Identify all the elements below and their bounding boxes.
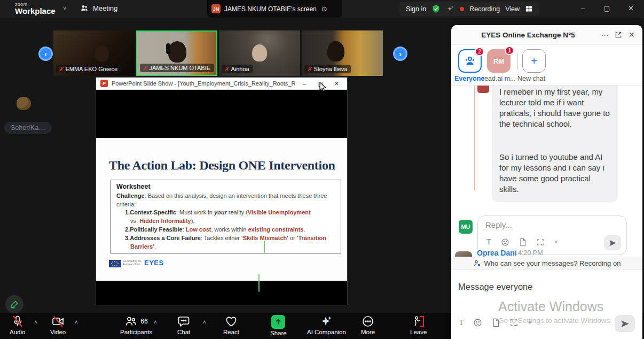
screen-capture-icon[interactable]	[536, 238, 545, 246]
chat-more-options-icon[interactable]: ⋯	[601, 30, 609, 39]
tab-meeting[interactable]: Meeting	[80, 4, 117, 12]
chat-messages-area[interactable]: I remeber in my first year, my lecturer …	[451, 86, 642, 257]
ppt-close-button[interactable]: ✕	[331, 80, 343, 87]
capture-options-chevron[interactable]: ˅	[528, 320, 531, 326]
leave-button[interactable]: Leave	[410, 315, 427, 335]
screen-capture-icon[interactable]	[509, 318, 519, 327]
mic-muted-icon: ✗	[143, 65, 147, 71]
video-options-chevron[interactable]: ˄	[75, 319, 78, 325]
chat-tab-readai[interactable]: RM 1	[487, 49, 511, 73]
participants-icon	[124, 315, 137, 328]
workspace-chevron-down-icon[interactable]: ˅	[63, 5, 66, 11]
worksheet-box: Worksheet Challenge: Based on this analy…	[111, 180, 341, 253]
send-plane-icon	[609, 239, 617, 247]
worksheet-heading: Worksheet	[116, 183, 335, 190]
file-attach-icon[interactable]	[492, 318, 500, 327]
participants-count: 66	[140, 318, 147, 325]
share-button[interactable]: Share	[270, 315, 287, 336]
chat-header: EYES Online Exchange N°5 ⋯ ✕	[451, 25, 642, 45]
security-shield-icon[interactable]	[431, 4, 441, 13]
camera-off-icon	[51, 315, 65, 328]
oprea-avatar[interactable]	[455, 251, 472, 257]
video-tile-emma[interactable]: ✗ EMMA EKO Greece	[53, 30, 135, 76]
annotate-button[interactable]	[5, 295, 23, 313]
window-minimize-button[interactable]: –	[581, 4, 585, 12]
gallery-prev-button[interactable]: ‹	[38, 47, 53, 61]
video-button[interactable]: Video	[50, 315, 66, 335]
more-button[interactable]: More	[361, 315, 375, 335]
view-button[interactable]: View	[505, 5, 520, 13]
challenge-text: Challenge: Based on this analysis, desig…	[116, 192, 335, 209]
emoji-icon[interactable]	[473, 318, 482, 327]
emoji-icon[interactable]	[501, 238, 509, 246]
avatar-jn: JN	[211, 4, 221, 13]
chat-options-chevron[interactable]: ˄	[203, 319, 206, 325]
participant-silhouette	[252, 44, 267, 61]
text-format-icon[interactable]: T	[459, 318, 464, 327]
tab-divider	[517, 53, 518, 70]
react-button[interactable]: React	[223, 315, 239, 335]
criterion-1: 1.Context-Specific: Must work in your re…	[116, 209, 335, 226]
gallery-next-button[interactable]: ›	[393, 47, 407, 61]
message-sender-avatar	[477, 86, 489, 93]
participant-name-pill: ✗ EMMA EKO Greece	[56, 65, 121, 73]
tab-shared-screen[interactable]: JN JAMES NKUM OTABIE's screen ⊙	[207, 0, 342, 18]
audio-button[interactable]: Audio	[10, 315, 25, 335]
chat-button[interactable]: Chat	[177, 315, 190, 335]
compose-input[interactable]: Message everyone	[458, 282, 532, 292]
chat-tab-everyone[interactable]: 2	[458, 49, 482, 73]
chat-close-icon[interactable]: ✕	[629, 30, 635, 39]
sender-name[interactable]: Oprea Dani	[477, 249, 517, 257]
top-bar: zoom Workplace ˅ Meeting JN JAMES NKUM O…	[0, 0, 644, 18]
participant-name: Ainhoa	[231, 66, 249, 72]
privacy-notice-bar[interactable]: Who can see your messages? Recording on	[451, 257, 642, 270]
ai-sparkle-icon[interactable]	[446, 5, 454, 13]
everyone-tab-label[interactable]: Everyone	[454, 75, 484, 82]
participants-options-chevron[interactable]: ˄	[154, 319, 157, 325]
file-attach-icon[interactable]	[519, 238, 527, 246]
mic-muted-icon: ✗	[59, 66, 63, 72]
reply-format-toolbar: T ˅	[486, 237, 557, 246]
privacy-notice-text: Who can see your messages? Recording on	[484, 259, 621, 267]
chat-panel: EYES Online Exchange N°5 ⋯ ✕ 2 RM 1 + Ev…	[451, 25, 642, 339]
participant-name: JAMES NKUM OTABIE	[149, 65, 210, 71]
ppt-minimize-button[interactable]: –	[299, 80, 310, 87]
audio-options-chevron[interactable]: ˄	[34, 319, 37, 325]
everyone-unread-badge: 2	[475, 47, 484, 56]
reply-placeholder: Reply...	[485, 220, 512, 229]
participants-button[interactable]: 66 Participants	[120, 315, 152, 335]
slide-canvas: The Action Lab: Design ONE Intervention …	[96, 138, 347, 281]
people-icon	[80, 4, 89, 12]
slide-title: The Action Lab: Design ONE Intervention	[109, 158, 339, 173]
video-tile-stoyna[interactable]: ✗ Stoyna Ilieva	[302, 30, 383, 76]
powerpoint-app-icon: P	[100, 80, 108, 87]
pop-out-icon[interactable]	[615, 31, 622, 38]
shared-screen-tab-label: JAMES NKUM OTABIE's screen	[224, 5, 317, 13]
participant-silhouette	[327, 41, 344, 61]
annotation-mark	[264, 241, 265, 253]
criterion-2: 2.Politically Feasible: Low cost, works …	[116, 226, 335, 234]
view-grid-icon[interactable]	[525, 5, 533, 13]
message-timestamp: 4:20 PM	[518, 249, 543, 257]
powerpoint-title-bar[interactable]: P PowerPoint Slide Show - [Youth_Employm…	[96, 78, 347, 90]
tab-options-icon[interactable]: ⊙	[321, 5, 327, 13]
text-format-icon[interactable]: T	[486, 237, 491, 246]
topbar-right-cluster: Sign in Recording View	[399, 2, 539, 16]
video-tile-ainhoa[interactable]: ✗ Ainhoa	[219, 30, 300, 76]
new-chat-button[interactable]: +	[522, 49, 546, 73]
readai-tab-label[interactable]: read.ai m...	[482, 75, 516, 82]
window-close-button[interactable]: ✕	[628, 4, 634, 12]
new-chat-label[interactable]: New chat	[517, 75, 545, 82]
sign-in-button[interactable]: Sign in	[406, 5, 426, 13]
ai-companion-button[interactable]: AI Companion	[307, 315, 346, 335]
reply-send-button[interactable]	[604, 235, 621, 250]
capture-options-chevron[interactable]: ˅	[554, 239, 557, 245]
video-tile-james-active-speaker[interactable]: ✗ JAMES NKUM OTABIE	[136, 30, 217, 76]
mic-muted-icon: ✗	[224, 66, 229, 72]
window-maximize-button[interactable]: ▢	[603, 4, 610, 12]
thread-indicator-line	[474, 86, 475, 190]
chat-title: EYES Online Exchange N°5	[451, 31, 605, 39]
mic-muted-icon: ✗	[307, 66, 311, 72]
eu-funding-text: Co-funded by the European Union	[123, 260, 142, 266]
compose-send-button[interactable]	[615, 315, 635, 332]
